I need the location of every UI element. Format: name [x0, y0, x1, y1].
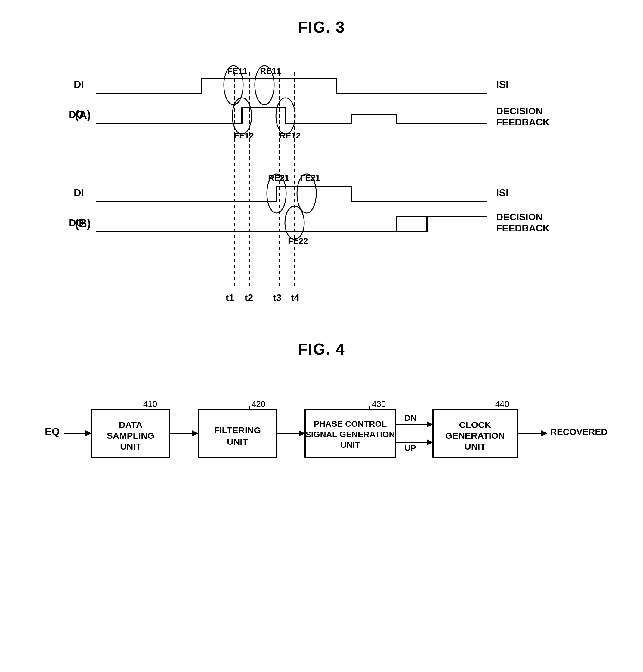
svg-marker-36	[85, 430, 92, 436]
svg-text:RE11: RE11	[260, 66, 281, 75]
svg-text:t1: t1	[226, 292, 234, 303]
svg-text:RE12: RE12	[280, 131, 301, 140]
svg-text:ISI: ISI	[496, 187, 509, 198]
svg-text:DN: DN	[404, 413, 416, 422]
svg-text:FEEDBACK: FEEDBACK	[496, 223, 550, 233]
svg-text:UP: UP	[404, 443, 416, 453]
svg-text:FILTERING: FILTERING	[214, 425, 260, 435]
svg-text:FE22: FE22	[288, 236, 308, 245]
svg-text:UNIT: UNIT	[340, 440, 360, 449]
svg-text:RE21: RE21	[268, 173, 289, 182]
svg-text:UNIT: UNIT	[120, 442, 141, 452]
svg-text:FE11: FE11	[228, 66, 247, 75]
svg-text:CLOCK: CLOCK	[459, 420, 491, 430]
svg-text:SAMPLING: SAMPLING	[107, 431, 154, 441]
svg-text:(A): (A)	[75, 109, 91, 121]
block-diagram: EQ DATA SAMPLING UNIT 410 FILTERING UNIT…	[36, 382, 607, 479]
svg-text:DI: DI	[74, 79, 84, 90]
svg-text:ISI: ISI	[496, 79, 509, 90]
svg-text:EQ: EQ	[45, 425, 60, 437]
svg-text:430: 430	[372, 399, 386, 409]
svg-text:DI: DI	[74, 187, 84, 198]
svg-text:DECISION: DECISION	[496, 212, 543, 223]
svg-marker-71	[541, 430, 547, 436]
svg-text:420: 420	[251, 399, 265, 409]
svg-marker-62	[427, 440, 433, 445]
svg-marker-44	[192, 430, 198, 436]
svg-text:RECOVERED CLOCK: RECOVERED CLOCK	[550, 427, 607, 437]
svg-text:FEEDBACK: FEEDBACK	[496, 117, 550, 128]
fig3-title: FIG. 3	[0, 0, 643, 36]
svg-text:410: 410	[143, 399, 157, 409]
svg-text:FE12: FE12	[234, 131, 254, 140]
svg-marker-51	[299, 430, 305, 436]
svg-text:DATA: DATA	[119, 420, 142, 430]
timing-diagram: DI ISI DO DECISION FEEDBACK FE11 RE11 FE…	[66, 54, 578, 316]
svg-text:UNIT: UNIT	[227, 437, 248, 447]
svg-marker-59	[427, 421, 433, 427]
svg-text:SIGNAL GENERATION: SIGNAL GENERATION	[305, 430, 395, 439]
svg-text:UNIT: UNIT	[464, 442, 486, 452]
svg-text:t2: t2	[244, 292, 253, 303]
svg-text:440: 440	[495, 399, 509, 409]
svg-text:GENERATION: GENERATION	[445, 431, 505, 441]
svg-text:t3: t3	[272, 292, 281, 303]
svg-text:t4: t4	[291, 292, 299, 303]
svg-text:(B): (B)	[75, 217, 91, 230]
svg-text:FE21: FE21	[300, 173, 320, 182]
fig4-title: FIG. 4	[0, 316, 643, 358]
svg-text:DECISION: DECISION	[496, 106, 543, 117]
svg-text:PHASE CONTROL: PHASE CONTROL	[314, 419, 387, 429]
